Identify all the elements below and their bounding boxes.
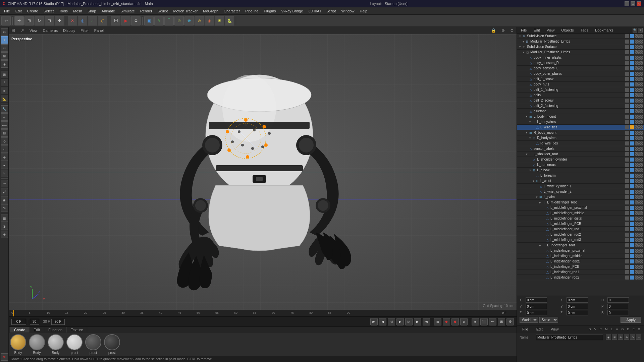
- python-tool[interactable]: 🐍: [225, 16, 234, 25]
- nurbs-tool[interactable]: ✎: [154, 16, 164, 25]
- tree-row[interactable]: △belts: [517, 93, 644, 98]
- tree-row-subdivision[interactable]: ▾ ⊕ Subdivision Surface: [517, 34, 644, 39]
- tree-row[interactable]: △L_indexfinger_distal: [517, 259, 644, 264]
- tree-row[interactable]: △L_wire_ties: [517, 125, 644, 130]
- minimize-button[interactable]: ─: [625, 1, 629, 6]
- current-frame-input[interactable]: [11, 319, 26, 325]
- motion-paths-btn[interactable]: ◈: [472, 318, 479, 325]
- menu-script[interactable]: Script: [324, 8, 338, 14]
- select-all-tool[interactable]: ⊙: [1, 28, 8, 36]
- tree-row[interactable]: △L_middlefinger_middle: [517, 210, 644, 216]
- deformer-tool[interactable]: ⊕: [174, 16, 184, 25]
- menu-vray[interactable]: V-Ray Bridge: [279, 8, 306, 14]
- transform-tool[interactable]: ⊡: [45, 16, 54, 25]
- vp-lock-btn[interactable]: 🔒: [491, 28, 496, 33]
- transform-mode-select[interactable]: Scale Move Rotate: [539, 317, 558, 323]
- prev-frame-btn[interactable]: ◀: [379, 318, 386, 325]
- tree-row[interactable]: △belt_1_fastening: [517, 87, 644, 93]
- swatch-prost-2[interactable]: prost: [85, 334, 101, 355]
- tree-row[interactable]: △L_middlefinger_PCB: [517, 221, 644, 227]
- tree-row[interactable]: △body_outer_plastic: [517, 71, 644, 76]
- name-ico-2[interactable]: ⊞: [612, 335, 617, 340]
- menu-select[interactable]: Select: [41, 8, 57, 14]
- menu-plugins[interactable]: Plugins: [261, 8, 278, 14]
- tree-row[interactable]: △L_middlefinger_distal: [517, 216, 644, 221]
- menu-render[interactable]: Render: [138, 8, 155, 14]
- tree-row[interactable]: △L_indexfinger_PCB: [517, 264, 644, 269]
- move-obj-tool[interactable]: ✛: [1, 36, 8, 44]
- vp-restore-btn[interactable]: ↗: [20, 28, 24, 33]
- bevel-tool[interactable]: ◇: [1, 137, 8, 145]
- menu-pipeline[interactable]: Pipeline: [243, 8, 261, 14]
- rp-objects-tab[interactable]: Objects: [558, 27, 576, 33]
- render-view[interactable]: ▶: [121, 16, 130, 25]
- rp-b-file[interactable]: File: [520, 326, 531, 332]
- sculpt-tool[interactable]: ◉: [1, 196, 8, 203]
- weight-tool[interactable]: ⚖: [1, 204, 8, 212]
- next-frame-btn[interactable]: ▶: [414, 318, 421, 325]
- object-name-input[interactable]: [536, 334, 603, 340]
- tree-row[interactable]: ▾⊞L_palm: [517, 194, 644, 200]
- tree-row[interactable]: ▾⊞L_elbow: [517, 168, 644, 173]
- undo-button[interactable]: ↩: [1, 16, 11, 25]
- floor-tool[interactable]: ▦: [1, 215, 8, 222]
- auto-key-btn[interactable]: ⏺: [451, 318, 459, 325]
- viewport-panel-menu[interactable]: Panel: [94, 28, 104, 33]
- menu-help[interactable]: Help: [357, 8, 370, 14]
- menu-mesh[interactable]: Mesh: [70, 8, 85, 14]
- minor-frame[interactable]: [30, 319, 39, 325]
- menu-create[interactable]: Create: [24, 8, 41, 14]
- rp-view-tab[interactable]: View: [544, 27, 557, 33]
- tree-row[interactable]: △belt_2_fastening: [517, 103, 644, 109]
- cloner-tool[interactable]: ❋: [184, 16, 194, 25]
- viewport-cameras-menu[interactable]: Cameras: [43, 28, 58, 33]
- cube-obj[interactable]: ▣: [144, 16, 154, 25]
- tree-row[interactable]: △L_wrist_cylinder_1: [517, 184, 644, 189]
- timeline2-btn[interactable]: ⊞: [498, 318, 505, 325]
- x-input[interactable]: [526, 297, 547, 303]
- name-ico-3[interactable]: ⊗: [618, 335, 623, 340]
- viewport-view-menu[interactable]: View: [30, 28, 38, 33]
- menu-mograph[interactable]: MoGraph: [200, 8, 221, 14]
- scale-tool[interactable]: ⊞: [24, 16, 34, 25]
- tree-row[interactable]: △L_shoulder_cylinder: [517, 157, 644, 162]
- ring-sel[interactable]: ⊕: [1, 154, 8, 161]
- add-tool[interactable]: ✚: [55, 16, 64, 25]
- tree-row[interactable]: △L_indexfinger_rod2: [517, 275, 644, 280]
- name-ico-4[interactable]: ⊕: [624, 335, 629, 340]
- record-btn[interactable]: ⏺: [443, 318, 450, 325]
- paint-tool[interactable]: 🖌: [1, 188, 8, 195]
- sy-input[interactable]: [567, 304, 588, 309]
- sz-input[interactable]: [567, 310, 588, 315]
- viewport-filter-menu[interactable]: Filter: [80, 28, 89, 33]
- loop-sel[interactable]: ○: [1, 145, 8, 153]
- rotate-tool[interactable]: ↻: [35, 16, 44, 25]
- viewport-display-menu[interactable]: Display: [63, 28, 75, 33]
- swatch-prost-1[interactable]: prost: [66, 334, 83, 355]
- rp-filter-btn[interactable]: ⚙: [638, 28, 643, 33]
- tree-row[interactable]: △L_middlefinger_rod2: [517, 232, 644, 237]
- tree-row[interactable]: ▸⋮L_middlefinger_root: [517, 200, 644, 205]
- spline-tool[interactable]: ⌒: [164, 16, 174, 25]
- z-input[interactable]: [526, 310, 547, 315]
- fill-sel[interactable]: ●: [1, 162, 8, 169]
- b-input[interactable]: [607, 310, 629, 315]
- rp-search-btn[interactable]: 🔍: [633, 28, 637, 33]
- apply-button[interactable]: Apply: [621, 317, 641, 323]
- polygon-mode[interactable]: ⬡: [98, 16, 107, 25]
- key-all-btn[interactable]: ⊗: [460, 318, 468, 325]
- go-start-btn[interactable]: ⏮: [370, 318, 378, 325]
- field-tool[interactable]: ◉: [205, 16, 214, 25]
- tree-row[interactable]: △L_indexfinger_proximal: [517, 248, 644, 253]
- rp-bookmarks-tab[interactable]: Bookmarks: [592, 27, 616, 33]
- tree-row[interactable]: ▾⊞L_bodywires: [517, 119, 644, 125]
- edge-mode[interactable]: ⟋: [88, 16, 97, 25]
- p-input[interactable]: [607, 304, 629, 309]
- tree-row[interactable]: ▾⋮L_shoulder_root: [517, 152, 644, 157]
- h-input[interactable]: [607, 297, 629, 303]
- move-tool[interactable]: ✛: [14, 16, 24, 25]
- menu-edit[interactable]: Edit: [13, 8, 24, 14]
- rp-b-view[interactable]: View: [548, 326, 561, 332]
- menu-motion-tracker[interactable]: Motion Tracker: [170, 8, 200, 14]
- swatch-body-1[interactable]: Body: [10, 334, 26, 355]
